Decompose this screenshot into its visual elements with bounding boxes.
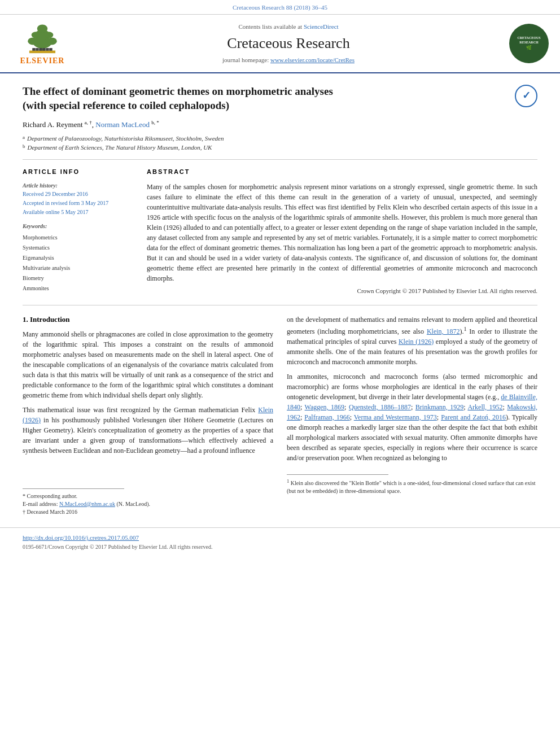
klein-1872-link[interactable]: Klein, 1872 — [427, 327, 460, 335]
arkell-link[interactable]: Arkell, 1952 — [467, 403, 502, 411]
keyword-4: Biometry — [23, 273, 135, 283]
journal-reference-bar: Cretaceous Research 88 (2018) 36–45 — [0, 0, 560, 15]
homepage-label: journal homepage: — [222, 56, 269, 63]
footnote-deceased: † Deceased March 2016 — [23, 508, 273, 516]
right-para-2: In ammonites, microconch and macroconch … — [287, 372, 537, 463]
footnote-corresponding: * Corresponding author. — [23, 492, 273, 500]
sciencedirect-label: Contents lists available at — [238, 23, 302, 30]
svg-point-7 — [45, 32, 54, 38]
verma-link[interactable]: Verma and Westermann, 1973 — [354, 413, 437, 421]
journal-reference-text: Cretaceous Research 88 (2018) 36–45 — [233, 4, 327, 11]
history-label: Article history: — [23, 182, 135, 190]
footnote-1-text: 1 Klein also discovered the "Klein Bottl… — [287, 478, 537, 495]
cretaceous-badge: CRETACEOUSRESEARCH 🌿 — [509, 24, 549, 63]
sciencedirect-line: Contents lists available at ScienceDirec… — [73, 23, 504, 31]
keyword-3: Multivariate analysis — [23, 263, 135, 273]
available-date: Available online 5 May 2017 — [23, 208, 135, 217]
klein-1926-link-left[interactable]: Klein (1926) — [23, 406, 273, 424]
article-info-column: ARTICLE INFO Article history: Received 2… — [23, 168, 135, 296]
elsevier-brand-text: ELSEVIER — [20, 55, 65, 67]
abstract-paragraph: Many of the samples chosen for morphomet… — [147, 182, 537, 283]
intro-number: 1. — [23, 315, 28, 324]
footnote-divider-left — [23, 488, 124, 489]
journal-logo-right: CRETACEOUSRESEARCH 🌿 — [504, 24, 549, 63]
cretaceous-badge-text: CRETACEOUSRESEARCH — [517, 36, 540, 44]
doi-link[interactable]: http://dx.doi.org/10.1016/j.cretres.2017… — [23, 534, 537, 542]
footnotes-left-section: * Corresponding author. E-mail address: … — [23, 460, 273, 516]
keywords-label: Keywords: — [23, 222, 135, 230]
article-content: The effect of dominant geometric themes … — [0, 73, 560, 527]
affiliations: a Department of Palaeozoology, Naturhist… — [23, 134, 537, 152]
article-title-text: The effect of dominant geometric themes … — [23, 85, 333, 111]
svg-point-3 — [37, 25, 47, 33]
affil-b: b Department of Earth Sciences, The Natu… — [23, 143, 537, 152]
svg-point-5 — [46, 38, 56, 45]
section-divider — [23, 305, 537, 305]
issn-line: 0195-6671/Crown Copyright © 2017 Publish… — [23, 543, 537, 551]
journal-header: ⬛⬛⬛⬛⬛⬛ ELSEVIER Contents lists available… — [0, 15, 560, 73]
keyword-5: Ammonites — [23, 283, 135, 294]
article-info-abstract-section: ARTICLE INFO Article history: Received 2… — [23, 159, 537, 296]
body-left-column: 1. Introduction Many ammonoid shells or … — [23, 314, 273, 516]
journal-title: Cretaceous Research — [73, 33, 504, 54]
author-reyment-sup: a, † — [85, 120, 92, 125]
abstract-column: ABSTRACT Many of the samples chosen for … — [147, 168, 537, 296]
keyword-1: Systematics — [23, 243, 135, 253]
footnote-divider-right — [287, 474, 388, 475]
affil-a-label: a — [23, 134, 25, 143]
intro-para-2: This mathematical issue was first recogn… — [23, 405, 273, 456]
svg-point-4 — [28, 38, 38, 45]
svg-text:⬛⬛⬛⬛⬛⬛: ⬛⬛⬛⬛⬛⬛ — [32, 47, 53, 51]
svg-point-6 — [32, 32, 40, 38]
received-date: Received 29 December 2016 — [23, 190, 135, 199]
quenstedt-link[interactable]: Quenstedt, 1886–1887 — [349, 403, 411, 411]
abstract-text: Many of the samples chosen for morphomet… — [147, 182, 537, 283]
keyword-2: Eigenanalysis — [23, 253, 135, 263]
keywords-list: Morphometrics Systematics Eigenanalysis … — [23, 233, 135, 294]
body-right-column: on the development of mathematics and re… — [287, 314, 537, 516]
article-title-section: The effect of dominant geometric themes … — [23, 85, 537, 112]
accepted-date: Accepted in revised form 3 May 2017 — [23, 199, 135, 208]
intro-heading-text: Introduction — [30, 315, 70, 324]
klein-1926-link-right[interactable]: Klein (1926) — [399, 338, 434, 346]
intro-heading: 1. Introduction — [23, 314, 273, 325]
svg-rect-8 — [29, 51, 55, 54]
right-para-1: on the development of mathematics and re… — [287, 314, 537, 367]
affil-a-text: Department of Palaeozoology, Naturhistor… — [27, 134, 224, 143]
and-text: and — [461, 413, 470, 421]
authors-line: Richard A. Reyment a, †, Norman MacLeod … — [23, 119, 537, 130]
article-history: Article history: Received 29 December 20… — [23, 182, 135, 217]
keyword-0: Morphometrics — [23, 233, 135, 243]
bottom-section: http://dx.doi.org/10.1016/j.cretres.2017… — [0, 527, 560, 557]
footnote-right-section: 1 Klein also discovered the "Klein Bottl… — [287, 474, 537, 495]
elsevier-logo: ⬛⬛⬛⬛⬛⬛ ELSEVIER — [11, 20, 73, 67]
elsevier-tree-icon: ⬛⬛⬛⬛⬛⬛ — [20, 20, 65, 54]
body-section: 1. Introduction Many ammonoid shells or … — [23, 314, 537, 516]
homepage-link[interactable]: www.elsevier.com/locate/CretRes — [270, 56, 355, 63]
page-wrapper: Cretaceous Research 88 (2018) 36–45 ⬛⬛⬛⬛… — [0, 0, 560, 557]
crossmark-icon: ✓ — [515, 85, 537, 107]
author-macleod-sup: b, * — [151, 120, 159, 125]
affil-b-label: b — [23, 143, 25, 152]
article-info-label: ARTICLE INFO — [23, 168, 135, 176]
affil-a: a Department of Palaeozoology, Naturhist… — [23, 134, 537, 143]
palframan-link[interactable]: Palframan, 1966 — [304, 413, 349, 421]
sciencedirect-link[interactable]: ScienceDirect — [304, 23, 339, 30]
journal-homepage: journal homepage: www.elsevier.com/locat… — [73, 56, 504, 64]
brinkmann-link[interactable]: Brinkmann, 1929 — [415, 403, 463, 411]
affil-b-text: Department of Earth Sciences, The Natura… — [28, 143, 212, 152]
abstract-label: ABSTRACT — [147, 168, 537, 176]
author-macleod[interactable]: Norman MacLeod — [95, 121, 150, 129]
article-title: The effect of dominant geometric themes … — [23, 85, 508, 112]
parent-link[interactable]: Parent and Zatoń, 2016 — [441, 413, 506, 421]
crossmark-badge[interactable]: ✓ — [515, 85, 537, 107]
waggen-link[interactable]: Waggen, 1869 — [305, 403, 344, 411]
author-reyment: Richard A. Reyment — [23, 121, 83, 129]
email-link[interactable]: N.MacLeod@nhm.ac.uk — [59, 501, 115, 507]
intro-para-1: Many ammonoid shells or phragmacones are… — [23, 329, 273, 400]
elsevier-logo-section: ⬛⬛⬛⬛⬛⬛ ELSEVIER — [11, 20, 73, 67]
footnote-email: E-mail address: N.MacLeod@nhm.ac.uk (N. … — [23, 500, 273, 508]
copyright-line: Crown Copyright © 2017 Published by Else… — [147, 287, 537, 295]
journal-center: Contents lists available at ScienceDirec… — [73, 23, 504, 65]
